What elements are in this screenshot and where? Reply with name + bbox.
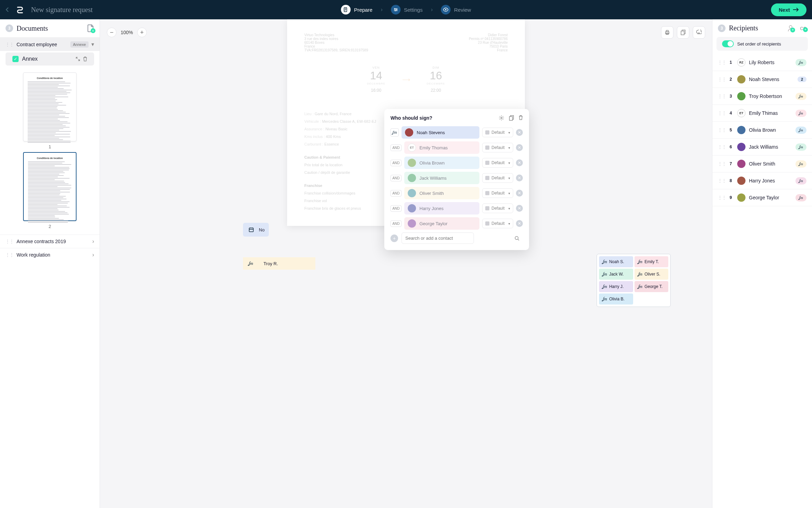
add-recipient-button[interactable]: + [788,25,794,32]
signer-role-select[interactable]: Default▾ [482,128,513,137]
print-button[interactable] [661,26,673,39]
signature-icon: ʆm [602,296,607,302]
remove-signer-button[interactable]: ✕ [516,129,523,136]
signer-chip[interactable]: George Taylor [404,217,479,230]
drag-handle-icon[interactable]: ⋮⋮ [718,178,726,183]
recipient-row[interactable]: ⋮⋮ 2 Noah Stevens 2 [712,71,812,88]
page-thumb-1[interactable]: Conditions de location [23,72,77,141]
signature-field[interactable]: No [243,223,269,237]
avatar [737,143,745,151]
signer-chip[interactable]: Jack Williams [404,172,479,184]
document-item[interactable]: ⋮⋮ Annexe contracts 2019 › [0,235,100,248]
recipient-row[interactable]: ⋮⋮ 3 Troy Robertson ʆm [712,88,812,105]
drag-handle-icon[interactable]: ⋮⋮ [718,94,726,99]
drag-handle-icon[interactable]: ⋮⋮ [718,77,726,82]
signer-role-select[interactable]: Default▾ [482,173,513,183]
signer-chip[interactable]: Harry Jones [404,202,479,215]
signature-cell[interactable]: ʆmEmily T. [635,256,669,267]
back-button[interactable] [6,7,9,12]
signer-role-select[interactable]: Default▾ [482,158,513,168]
signer-role-select[interactable]: Default▾ [482,188,513,198]
next-button[interactable]: Next [771,3,806,16]
signer-chip[interactable]: Noah Stevens [402,126,479,139]
drag-handle-icon[interactable]: ⋮⋮ [718,161,726,166]
recipient-row[interactable]: ⋮⋮ 8 Harry Jones ʆm [712,172,812,189]
drag-handle-icon[interactable]: ⋮⋮ [718,60,726,65]
recipient-row[interactable]: ⋮⋮ 7 Oliver Smith ʆm [712,156,812,172]
recipient-row[interactable]: ⋮⋮ 6 Jack Williams ʆm [712,139,812,156]
signer-chip[interactable]: Oliver Smith [404,187,479,199]
signature-cell[interactable]: ʆmHarry J. [599,281,633,292]
svg-rect-8 [681,31,684,35]
document-item[interactable]: ⋮⋮ Work regulation › [0,248,100,261]
search-contact-input[interactable] [402,232,474,244]
signature-icon: ʆm [638,259,642,265]
recipient-row[interactable]: ⋮⋮ 4 ET Emily Thimas ʆm [712,105,812,122]
zoom-in-button[interactable]: + [137,28,147,37]
drag-handle-icon[interactable]: ⋮⋮ [718,128,726,132]
avatar [408,174,416,182]
add-document-button[interactable]: + [87,24,94,32]
copy-icon[interactable] [509,115,514,121]
copy-button[interactable] [677,26,689,39]
avatar [737,193,745,202]
add-signer-button[interactable]: + [390,235,398,242]
svg-rect-11 [509,117,512,120]
delete-icon[interactable] [519,115,523,121]
drag-handle-icon[interactable]: ⋮⋮ [6,239,14,244]
download-button[interactable] [693,26,705,39]
expand-icon[interactable] [75,57,80,61]
add-cc-button[interactable]: CC + [800,25,806,31]
checkbox-checked-icon[interactable]: ✓ [12,56,19,62]
recipient-row[interactable]: ⋮⋮ 9 George Taylor ʆm [712,189,812,206]
svg-point-4 [445,9,447,10]
signer-chip[interactable]: ET Emily Thomas [404,141,479,154]
document-item[interactable]: ⋮⋮ Contract employee Annexe ▾ [0,37,100,51]
and-tag: AND [390,175,402,181]
signature-cell[interactable]: ʆmGeorge T. [635,281,669,292]
step-review[interactable]: Review [441,5,471,14]
step-settings[interactable]: Settings [391,5,423,14]
signer-role-select[interactable]: Default▾ [482,203,513,213]
drag-handle-icon[interactable]: ⋮⋮ [718,145,726,149]
step-prepare[interactable]: Prepare [341,5,372,14]
signer-role-select[interactable]: Default▾ [482,143,513,152]
remove-signer-button[interactable]: ✕ [516,144,523,151]
drag-handle-icon[interactable]: ⋮⋮ [6,252,14,257]
signature-cell[interactable]: ʆmOliver S. [635,269,669,280]
signature-cell[interactable]: ʆmJack W. [599,269,633,280]
remove-signer-button[interactable]: ✕ [516,205,523,212]
chevron-down-icon[interactable]: ▾ [91,41,94,48]
avatar: ET [737,109,745,117]
remove-signer-button[interactable]: ✕ [516,220,523,227]
signer-row: AND George Taylor Default▾ ✕ [390,217,523,230]
signer-chip[interactable]: Olivia Brown [404,157,479,169]
chevron-right-icon: › [92,238,94,245]
signature-grid: ʆmNoah S.ʆmEmily T.ʆmJack W.ʆmOliver S.ʆ… [597,254,671,307]
remove-signer-button[interactable]: ✕ [516,159,523,166]
and-tag: AND [390,190,402,197]
signature-field-troy[interactable]: ʆm Troy R. [243,257,315,270]
remove-signer-button[interactable]: ✕ [516,175,523,181]
svg-point-3 [395,10,396,11]
signature-cell[interactable]: ʆmNoah S. [599,256,633,267]
annex-sub-item[interactable]: ✓ Annex [6,52,94,66]
order-toggle[interactable] [722,40,734,47]
remove-signer-button[interactable]: ✕ [516,190,523,197]
signature-icon: ʆm [602,259,607,265]
annex-tag: Annexe [70,41,89,48]
signer-role-select[interactable]: Default▾ [482,219,513,228]
canvas: − 100% + Virtuo Technologies 3 rue des i… [100,19,712,508]
delete-icon[interactable] [83,57,87,61]
gear-icon[interactable] [499,115,504,121]
signature-icon: ʆm [602,271,607,277]
drag-handle-icon[interactable]: ⋮⋮ [718,195,726,200]
recipient-row[interactable]: ⋮⋮ 5 Olivia Brown ʆm [712,122,812,139]
zoom-out-button[interactable]: − [107,28,116,37]
drag-handle-icon[interactable]: ⋮⋮ [6,42,14,47]
recipient-row[interactable]: ⋮⋮ 1 RZ Lily Roberts ʆm [712,54,812,71]
signature-cell[interactable]: ʆmOlivia B. [599,293,633,305]
page-thumb-2[interactable]: Conditions de location [23,152,77,221]
drag-handle-icon[interactable]: ⋮⋮ [718,111,726,116]
header: New signature request Prepare › Settings… [0,0,812,19]
